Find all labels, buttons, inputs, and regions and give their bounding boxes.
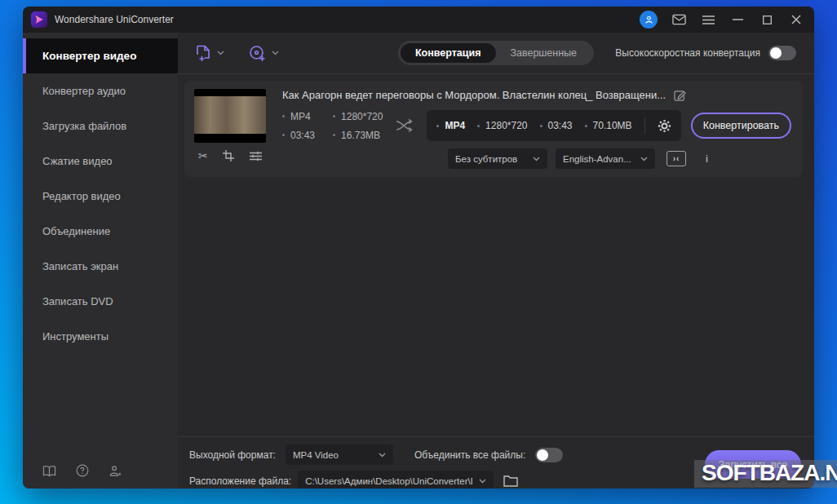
file-location-label: Расположение файла: — [189, 475, 291, 487]
add-disc-icon — [249, 45, 266, 62]
add-dvd-button[interactable] — [249, 45, 279, 62]
merge-files-toggle[interactable] — [535, 448, 563, 462]
mail-icon[interactable] — [671, 11, 687, 28]
sidebar-item-editor[interactable]: Редактор видео — [23, 179, 178, 214]
add-file-button[interactable] — [196, 45, 224, 62]
tab-finished[interactable]: Завершенные — [495, 43, 591, 63]
titlebar: Wondershare UniConverter — [23, 7, 814, 33]
maximize-button[interactable] — [759, 11, 775, 28]
chevron-down-icon — [272, 51, 279, 55]
main-area: Конвертация Завершенные Высокоскоростная… — [178, 33, 814, 489]
window-title: Wondershare UniConverter — [55, 14, 174, 25]
view-tabs: Конвертация Завершенные — [398, 41, 594, 65]
target-size: 70.10MB — [585, 120, 632, 131]
trim-icon[interactable]: ✂ — [198, 150, 208, 161]
sidebar-item-downloader[interactable]: Загрузка файлов — [23, 108, 178, 144]
toggle-knob — [537, 449, 548, 461]
file-title: Как Арагорн ведет переговоры с Мордором.… — [282, 89, 666, 101]
subtitle-edit-icon[interactable] — [666, 151, 686, 166]
chevron-down-icon — [217, 51, 224, 55]
sidebar-item-video-converter[interactable]: Конвертер видео — [23, 38, 178, 73]
effects-icon[interactable] — [250, 151, 262, 161]
titlebar-controls — [640, 11, 804, 29]
file-location-dropdown[interactable]: C:\Users\Админ\Desktop\UniConverter\Data… — [298, 471, 494, 489]
target-resolution: 1280*720 — [477, 120, 527, 131]
output-format-dropdown[interactable]: MP4 Video — [286, 444, 393, 465]
source-info: MP4 1280*720 03:43 16.73MB — [282, 111, 383, 141]
app-logo-icon — [31, 11, 47, 28]
source-format: MP4 — [282, 111, 315, 122]
source-size: 16.73MB — [333, 130, 383, 141]
toolbar: Конвертация Завершенные Высокоскоростная… — [178, 33, 814, 73]
watermark: SOFTBAZA.NET — [694, 460, 837, 488]
audio-track-dropdown[interactable]: English-Advan... — [556, 148, 655, 169]
sidebar-item-merger[interactable]: Объединение — [23, 214, 178, 249]
merge-files-label: Объединить все файлы: — [414, 449, 525, 461]
app-window: Wondershare UniConverter — [23, 7, 814, 489]
subtitle-dropdown[interactable]: Без субтитров — [448, 148, 547, 169]
add-file-icon — [196, 45, 211, 62]
sidebar-item-compressor[interactable]: Сжатие видео — [23, 144, 178, 179]
sidebar-item-toolbox[interactable]: Инструменты — [23, 319, 178, 354]
sidebar-item-dvd-burner[interactable]: Записать DVD — [23, 284, 178, 319]
help-icon[interactable] — [76, 464, 89, 477]
file-task-card: ✂ Как Арагорн ведет п — [184, 81, 803, 177]
info-icon[interactable] — [702, 153, 711, 165]
guide-book-icon[interactable] — [42, 465, 56, 477]
target-duration: 03:43 — [540, 120, 573, 131]
minimize-button[interactable] — [729, 11, 746, 28]
source-resolution: 1280*720 — [333, 111, 383, 122]
crop-icon[interactable] — [223, 150, 234, 161]
video-thumbnail[interactable] — [194, 89, 266, 143]
sidebar-item-screen-recorder[interactable]: Записать экран — [23, 249, 178, 284]
sidebar: Конвертер видео Конвертер аудио Загрузка… — [23, 33, 178, 489]
output-format-label: Выходной формат: — [189, 449, 276, 461]
tab-converting[interactable]: Конвертация — [401, 43, 496, 63]
menu-icon[interactable] — [700, 11, 716, 28]
sidebar-item-audio-converter[interactable]: Конвертер аудио — [23, 73, 178, 108]
highspeed-label: Высокоскоростная конвертация — [615, 47, 760, 59]
rename-icon[interactable] — [674, 89, 686, 101]
toggle-knob — [770, 47, 782, 59]
open-folder-icon[interactable] — [503, 475, 518, 487]
desktop-background: Wondershare UniConverter — [0, 0, 837, 504]
target-format: MP4 — [436, 120, 465, 131]
sidebar-footer — [42, 464, 122, 477]
close-button[interactable] — [788, 11, 804, 28]
settings-gear-icon[interactable] — [658, 119, 671, 133]
highspeed-toggle[interactable] — [768, 46, 796, 60]
source-duration: 03:43 — [282, 130, 315, 141]
invite-user-icon[interactable] — [108, 465, 122, 477]
task-list: ✂ Как Арагорн ведет п — [178, 74, 814, 436]
account-icon[interactable] — [640, 11, 658, 29]
convert-arrows-icon — [396, 119, 414, 132]
convert-button[interactable]: Конвертировать — [691, 113, 791, 139]
target-settings-box: MP4 1280*720 03:43 70.10MB — [427, 110, 680, 141]
divider — [644, 117, 645, 134]
